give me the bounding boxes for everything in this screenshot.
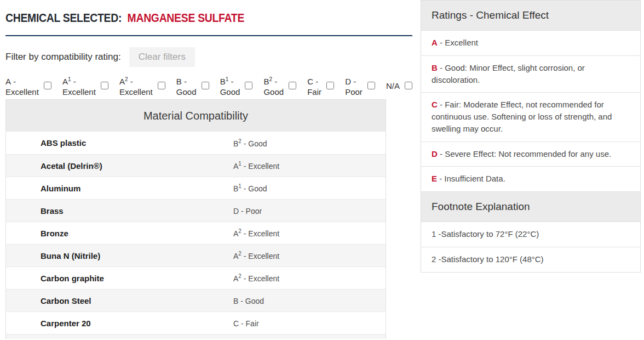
ratings-panel-title: Ratings - Chemical Effect: [421, 1, 640, 30]
footnote-panel-title: Footnote Explanation: [421, 191, 640, 222]
filter-option-na[interactable]: N/A: [386, 81, 412, 91]
filter-option-a2[interactable]: A2 -Excellent: [119, 74, 165, 97]
table-title: Material Compatibility: [6, 100, 386, 132]
page-title: CHEMICAL SELECTED: MANGANESE SULFATE: [5, 11, 365, 25]
filter-option-c[interactable]: C -Fair: [307, 74, 334, 97]
filter-checkbox-b2[interactable]: [289, 82, 296, 89]
main-content: CHEMICAL SELECTED: MANGANESE SULFATE Fil…: [5, 0, 413, 339]
filter-checkbox-a2[interactable]: [158, 82, 165, 89]
filter-option-a1[interactable]: A1 -Excellent: [62, 74, 108, 97]
material-name: Aluminum: [6, 184, 81, 193]
material-name: ABS plastic: [6, 138, 86, 148]
filter-option-a[interactable]: A -Excellent: [5, 74, 51, 97]
divider: [5, 35, 412, 36]
filter-checkbox-b[interactable]: [202, 82, 209, 89]
filter-checkbox-b1[interactable]: [245, 82, 252, 89]
table-row: Brass D - Poor: [6, 199, 386, 222]
material-name: Brass: [6, 206, 64, 216]
material-name: Buna N (Nitrile): [6, 251, 100, 260]
filter-options: A -Excellent A1 -Excellent A2 -Excellent…: [5, 74, 412, 97]
material-compatibility-table: Material Compatibility ABS plastic B2 - …: [5, 99, 386, 339]
table-row: [6, 334, 386, 339]
filter-checkbox-d[interactable]: [367, 82, 375, 89]
material-rating: A2 - Excellent: [233, 273, 279, 283]
material-name: Bronze: [6, 229, 68, 238]
filter-option-b[interactable]: B -Good: [176, 74, 209, 97]
material-rating: B1 - Good: [233, 183, 267, 193]
table-row: Aluminum B1 - Good: [6, 177, 386, 199]
rating-legend-item: B - Good: Minor Effect, slight corrosion…: [421, 55, 640, 93]
table-row: Bronze A2 - Excellent: [6, 222, 386, 244]
table-row: Acetal (Delrin®) A1 - Excellent: [6, 154, 386, 177]
footnote-item: 2 -Satisfactory to 120°F (48°C): [421, 247, 640, 272]
material-name: Acetal (Delrin®): [6, 161, 102, 171]
chemical-selected-label: CHEMICAL SELECTED:: [5, 11, 122, 25]
table-row: Carpenter 20 C - Fair: [6, 311, 386, 334]
filter-label: Filter by compatibility rating:: [5, 52, 121, 63]
rating-legend-item: C - Fair: Moderate Effect, not recommend…: [421, 92, 640, 141]
filter-checkbox-c[interactable]: [326, 82, 334, 89]
table-row: Carbon Steel B - Good: [6, 289, 386, 311]
selected-chemical-name: MANGANESE SULFATE: [128, 11, 245, 25]
table-row: Buna N (Nitrile) A2 - Excellent: [6, 244, 386, 267]
rating-legend-item: A - Excellent: [421, 30, 640, 55]
material-rating: C - Fair: [233, 318, 259, 328]
filter-checkbox-a[interactable]: [44, 82, 51, 89]
material-name: Carbon Steel: [6, 296, 91, 305]
table-row: ABS plastic B2 - Good: [6, 132, 386, 154]
material-rating: B2 - Good: [233, 138, 267, 148]
material-name: Carpenter 20: [6, 319, 91, 328]
material-rating: A1 - Excellent: [233, 161, 279, 171]
rating-legend-item: E - Insufficient Data.: [421, 166, 640, 191]
filter-option-d[interactable]: D -Poor: [345, 74, 375, 97]
filter-option-b1[interactable]: B1 -Good: [220, 74, 253, 97]
material-name: Carbon graphite: [6, 274, 104, 283]
page: CHEMICAL SELECTED: MANGANESE SULFATE Fil…: [0, 0, 644, 340]
material-rating: A2 - Excellent: [233, 228, 279, 238]
table-row: Carbon graphite A2 - Excellent: [6, 267, 386, 289]
filter-checkbox-a1[interactable]: [101, 82, 108, 89]
filter-bar: Filter by compatibility rating: Clear fi…: [5, 47, 413, 67]
clear-filters-button[interactable]: Clear filters: [129, 47, 195, 67]
material-rating: D - Poor: [233, 206, 262, 216]
ratings-panel: Ratings - Chemical Effect A - Excellent …: [421, 0, 641, 273]
filter-checkbox-na[interactable]: [405, 82, 412, 89]
rating-legend-item: D - Severe Effect: Not recommended for a…: [421, 141, 640, 167]
material-rating: A2 - Excellent: [233, 251, 279, 260]
footnote-item: 1 -Satisfactory to 72°F (22°C): [421, 222, 640, 247]
material-rating: B - Good: [233, 296, 264, 305]
filter-option-b2[interactable]: B2 -Good: [263, 74, 296, 97]
